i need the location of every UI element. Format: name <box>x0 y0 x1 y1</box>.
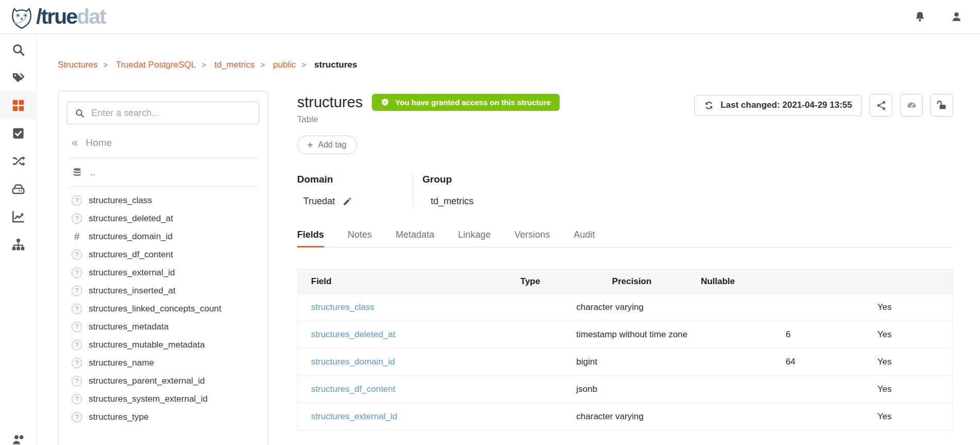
home-label: Home <box>86 137 112 149</box>
field-type-icon: ? <box>72 286 82 296</box>
field-nullable-cell: Yes <box>877 411 953 422</box>
parent-structure-item[interactable]: .. <box>72 167 259 178</box>
nav-structures[interactable] <box>0 91 37 119</box>
field-list-label: structures_name <box>89 358 154 368</box>
field-list-item[interactable]: ? structures_name <box>67 354 259 372</box>
detail-tabs: Fields Notes Metadata Linkage Versions A… <box>297 229 953 248</box>
fields-table: Field Type Precision Nullable structures… <box>297 269 953 431</box>
field-nullable-cell: Yes <box>877 357 953 367</box>
nav-partial-bottom[interactable] <box>0 433 37 445</box>
search-input[interactable] <box>91 108 251 119</box>
field-link[interactable]: structures_external_id <box>311 411 397 421</box>
field-list-label: structures_system_external_id <box>89 394 208 404</box>
field-link[interactable]: structures_class <box>311 302 374 312</box>
field-list-item[interactable]: ? structures_deleted_at <box>67 209 259 227</box>
add-tag-button[interactable]: + Add tag <box>297 136 357 154</box>
tab[interactable]: Fields <box>297 229 324 247</box>
field-list-item[interactable]: # structures_domain_id <box>67 227 259 245</box>
breadcrumb-link[interactable]: public <box>273 60 296 70</box>
tab[interactable]: Versions <box>514 229 550 247</box>
nav-dashboards[interactable] <box>0 203 37 230</box>
notifications-bell-icon[interactable] <box>914 11 926 23</box>
fields-table-header: Field Type Precision Nullable <box>298 270 953 293</box>
field-list-label: structures_external_id <box>89 268 175 278</box>
field-list-label: structures_metadata <box>89 322 169 332</box>
field-list-item[interactable]: ? structures_system_external_id <box>67 390 259 408</box>
field-list-label: structures_linked_concepts_count <box>89 304 221 314</box>
field-type-icon: ? <box>72 268 82 278</box>
field-list-item[interactable]: ? structures_class <box>67 191 259 209</box>
shield-icon <box>381 98 389 107</box>
last-changed-label: Last changed: 2021-04-29 13:55 <box>721 100 852 110</box>
breadcrumb-separator: > <box>202 60 206 69</box>
tab[interactable]: Metadata <box>396 229 434 247</box>
nav-lineage[interactable] <box>0 147 37 175</box>
field-type-icon: ? <box>72 213 82 224</box>
breadcrumb-link[interactable]: td_metrics <box>214 60 254 70</box>
share-button[interactable] <box>870 94 892 117</box>
domain-label: Domain <box>297 174 413 185</box>
parent-label: .. <box>90 168 95 178</box>
tab[interactable]: Audit <box>574 229 595 247</box>
breadcrumb-link[interactable]: Structures <box>58 60 97 70</box>
field-type-icon: ? <box>72 412 82 422</box>
breadcrumb-separator: > <box>260 60 265 69</box>
field-nullable-cell: Yes <box>877 329 953 340</box>
tab[interactable]: Notes <box>348 229 372 247</box>
field-list-item[interactable]: ? structures_parent_external_id <box>67 372 259 390</box>
table-row: structures_domain_id bigint 64 Yes <box>298 348 953 375</box>
plus-icon: + <box>307 140 313 150</box>
access-granted-badge: You have granted access on this structur… <box>372 94 559 111</box>
nav-systems[interactable] <box>0 175 37 203</box>
nav-quality[interactable] <box>0 119 37 147</box>
nav-rail <box>0 35 37 445</box>
field-list-item[interactable]: ? structures_metadata <box>67 318 259 336</box>
access-badge-label: You have granted access on this structur… <box>395 98 550 107</box>
structure-type-label: Table <box>297 114 560 125</box>
field-list-item[interactable]: ? structures_linked_concepts_count <box>67 300 259 318</box>
add-tag-label: Add tag <box>318 140 347 150</box>
field-list-item[interactable]: ? structures_external_id <box>67 263 259 282</box>
field-type-icon: # <box>72 232 82 242</box>
unlock-button[interactable] <box>930 94 953 117</box>
field-list-label: structures_type <box>89 412 149 422</box>
breadcrumb-link[interactable]: Truedat PostgreSQL <box>116 60 196 70</box>
field-type-cell: jsonb <box>563 384 786 394</box>
last-changed-button[interactable]: Last changed: 2021-04-29 13:55 <box>694 95 862 116</box>
edit-pencil-icon[interactable] <box>342 196 352 206</box>
field-type-icon: ? <box>72 250 82 260</box>
group-value: td_metrics <box>431 196 473 207</box>
divider <box>69 186 257 187</box>
field-type-cell: bigint <box>563 357 786 367</box>
search-icon <box>75 108 85 118</box>
field-precision-cell: 64 <box>786 357 877 367</box>
truedat-logo[interactable]: /truedat <box>9 5 105 29</box>
breadcrumb-current: structures <box>314 60 357 70</box>
quality-gauge-button[interactable] <box>900 94 923 117</box>
field-nullable-cell: Yes <box>877 302 953 312</box>
grid-icon <box>11 98 25 112</box>
field-list-label: structures_df_content <box>89 250 173 260</box>
tab[interactable]: Linkage <box>458 229 491 247</box>
field-link[interactable]: structures_domain_id <box>311 357 395 367</box>
table-row: structures_class character varying Yes <box>298 293 953 321</box>
field-list-item[interactable]: ? structures_inserted_at <box>67 282 259 300</box>
user-account-icon[interactable] <box>951 11 962 23</box>
field-link[interactable]: structures_deleted_at <box>311 329 396 339</box>
field-type-icon: ? <box>72 322 82 332</box>
field-list-label: structures_mutable_metadata <box>89 340 205 350</box>
drive-icon <box>11 182 25 196</box>
database-icon <box>72 167 83 178</box>
logo-wordmark: /truedat <box>36 5 105 29</box>
field-list-item[interactable]: ? structures_mutable_metadata <box>67 336 259 354</box>
structure-detail: structures You have granted access on th… <box>297 94 953 431</box>
field-list-item[interactable]: ? structures_type <box>67 408 259 426</box>
breadcrumb-separator: > <box>302 60 306 69</box>
field-link[interactable]: structures_df_content <box>311 384 395 394</box>
nav-taxonomy[interactable] <box>0 230 37 258</box>
search-icon <box>11 43 25 57</box>
field-list-item[interactable]: ? structures_df_content <box>67 245 259 263</box>
nav-tags[interactable] <box>0 63 37 91</box>
nav-search[interactable] <box>0 36 37 63</box>
home-link[interactable]: « Home <box>72 137 259 149</box>
